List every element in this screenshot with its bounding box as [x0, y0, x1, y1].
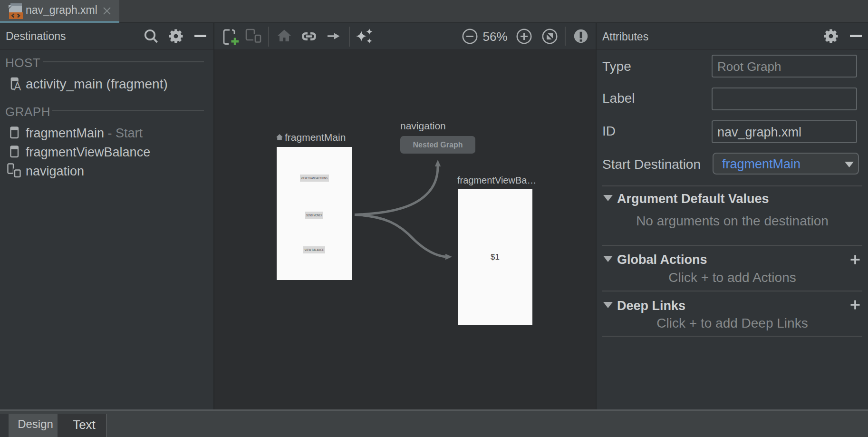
svg-text:VIEW BALANCE: VIEW BALANCE	[305, 248, 324, 252]
svg-text:VIEW TRANSACTIONS: VIEW TRANSACTIONS	[301, 176, 328, 180]
svg-text:SEND MONEY: SEND MONEY	[306, 214, 322, 217]
svg-text:A: A	[14, 80, 21, 91]
